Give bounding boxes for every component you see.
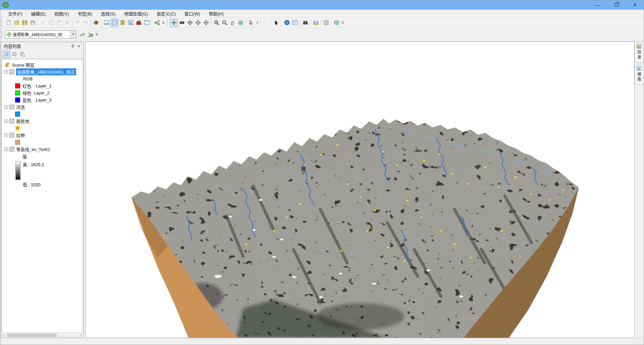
scene-3d-viewport[interactable]	[85, 42, 635, 338]
steepest-path-button[interactable]	[86, 30, 94, 39]
green-channel-label: 绿色:	[22, 90, 33, 96]
pan-button[interactable]	[228, 19, 236, 27]
measure-icon	[313, 20, 319, 25]
print-button[interactable]	[29, 19, 37, 27]
interpolate-line-button[interactable]	[78, 30, 86, 39]
toc-horizontal-scrollbar[interactable]: ‹ ›	[1, 332, 83, 337]
search-tab[interactable]: 搜索	[635, 64, 643, 84]
zoom-out-button[interactable]	[220, 19, 228, 27]
catalog-tab[interactable]: 目录	[635, 42, 643, 62]
zoom-out-target-button[interactable]	[194, 19, 202, 27]
toolbar-overflow-button[interactable]: ▾	[161, 19, 166, 27]
undo-button[interactable]: ↶	[73, 19, 82, 27]
menu-customize[interactable]: 自定义(C)	[152, 9, 180, 18]
select-features-button[interactable]	[272, 19, 280, 27]
menu-selection[interactable]: 选择(S)	[97, 9, 120, 18]
model-builder-button[interactable]	[153, 19, 161, 27]
close-button[interactable]: ×	[626, 0, 644, 10]
restore-button[interactable]	[607, 0, 626, 10]
river-layer-label[interactable]: 河流	[16, 104, 25, 110]
minimize-button[interactable]: —	[588, 0, 607, 10]
scroll-right-arrow[interactable]: ›	[78, 333, 83, 337]
zoom-in-target-button[interactable]	[186, 19, 194, 27]
clear-selection-button[interactable]	[262, 19, 270, 27]
fly-button[interactable]	[178, 19, 186, 27]
scrollbar-thumb[interactable]	[7, 333, 57, 337]
menu-geoprocessing[interactable]: 地理处理(G)	[120, 9, 152, 18]
copy-button[interactable]	[47, 19, 55, 27]
center-target-button[interactable]	[202, 19, 210, 27]
layer-row-tin[interactable]: ✓ 等高线_tin_TinR1	[2, 146, 83, 153]
residential-layer-label[interactable]: 居民地	[16, 118, 29, 124]
layer-combo[interactable]: 遥感影像_J49E0240051_校 ▼	[5, 30, 76, 39]
time-slider-button[interactable]	[322, 19, 330, 27]
identify-window-button[interactable]	[291, 19, 299, 27]
stretch-layer-label[interactable]: 拉伸	[16, 132, 25, 138]
collapse-toggle[interactable]	[4, 147, 8, 151]
viewshed-button[interactable]	[332, 19, 340, 27]
layer-combo-arrow[interactable]: ▼	[70, 31, 76, 38]
navigate-button[interactable]	[170, 19, 178, 27]
identify-button[interactable]: i	[283, 19, 291, 27]
arctoolbox-button[interactable]	[135, 19, 143, 27]
new-document-button[interactable]	[4, 19, 12, 27]
layer-checkbox[interactable]: ✓	[10, 133, 14, 137]
scene-window-button[interactable]	[102, 19, 110, 27]
select-graphics-button[interactable]	[247, 19, 255, 27]
python-window-button[interactable]: >_	[143, 19, 151, 27]
menu-window[interactable]: 窗口(W)	[180, 9, 205, 18]
layer-row-raster[interactable]: ✓ 遥感影像_J49E0240051_校正	[2, 68, 83, 75]
find-button[interactable]	[301, 19, 309, 27]
menu-edit[interactable]: 编辑(E)	[27, 9, 50, 18]
close-panel-button[interactable]: ×	[76, 43, 82, 49]
layer-checkbox[interactable]: ✓	[10, 119, 14, 123]
scroll-left-arrow[interactable]: ‹	[1, 333, 6, 337]
terrain-3d-model[interactable]	[86, 42, 635, 338]
full-extent-button[interactable]	[236, 19, 245, 27]
list-by-source-button[interactable]	[11, 51, 18, 58]
list-by-drawing-order-button[interactable]	[3, 51, 10, 58]
paste-button[interactable]	[55, 19, 63, 27]
cut-button[interactable]: ✂	[39, 19, 47, 27]
collapse-toggle[interactable]	[4, 105, 8, 109]
layer-row-river[interactable]: ✓ 河流	[2, 104, 83, 111]
undo-icon: ↶	[75, 20, 79, 25]
layer-row-stretch[interactable]: ✓ 拉伸	[2, 132, 83, 139]
tools-toolbar-grip[interactable]	[167, 19, 168, 26]
collapse-toggle[interactable]	[4, 70, 8, 74]
raster-layer-label[interactable]: 遥感影像_J49E0240051_校正	[16, 68, 76, 75]
pin-button[interactable]	[70, 43, 76, 49]
layer-checkbox[interactable]: ✓	[10, 70, 14, 74]
layer-row-residential[interactable]: ✓ 居民地	[2, 118, 83, 125]
menu-view[interactable]: 视图(V)	[50, 9, 73, 18]
search-window-button[interactable]	[126, 19, 135, 27]
table-of-contents-panel: 内容列表 × Scene 图层 ✓	[1, 42, 84, 338]
list-by-visibility-button[interactable]	[19, 51, 26, 58]
open-folder-button[interactable]	[12, 19, 20, 27]
add-data-button[interactable]	[92, 19, 100, 27]
menu-help[interactable]: 帮助(H)	[205, 9, 228, 18]
tools-overflow-button[interactable]: ▾	[340, 19, 345, 27]
menu-file[interactable]: 文件(F)	[4, 9, 27, 18]
layer-checkbox[interactable]: ✓	[10, 147, 14, 151]
toc-window-button[interactable]	[110, 19, 118, 27]
layer-checkbox[interactable]: ✓	[10, 105, 14, 109]
tin-layer-label[interactable]: 等高线_tin_TinR1	[16, 146, 50, 152]
collapse-toggle[interactable]	[4, 119, 8, 123]
analyst-toolbar-grip[interactable]	[1, 31, 3, 38]
scene-layers-group[interactable]: Scene 图层	[2, 61, 83, 68]
stretch-swatch-row	[2, 139, 83, 146]
save-button[interactable]	[20, 19, 29, 27]
select-graphics-dropdown[interactable]: ▾	[255, 19, 260, 27]
scrollbar-track[interactable]	[6, 333, 78, 337]
collapse-toggle[interactable]	[4, 133, 8, 137]
catalog-button[interactable]	[118, 19, 126, 27]
measure-button[interactable]	[312, 19, 320, 27]
menu-bookmarks[interactable]: 书签(B)	[73, 9, 96, 18]
delete-button[interactable]: ×	[63, 19, 71, 27]
toolbar-grip[interactable]	[1, 19, 3, 26]
arctoolbox-icon	[136, 20, 142, 25]
redo-button[interactable]: ↷	[82, 19, 90, 27]
zoom-in-button[interactable]	[212, 19, 220, 27]
analyst-overflow-button[interactable]: ▾	[94, 30, 99, 39]
